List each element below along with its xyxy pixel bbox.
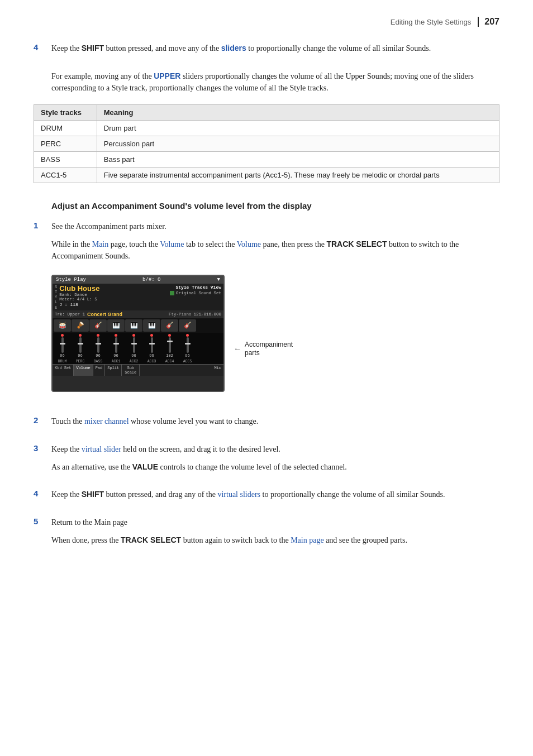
table-row: ACC1-5Five separate instrumental accompa…: [34, 168, 499, 183]
ds-lbl-perc: PERC: [72, 360, 89, 363]
ds-concert-grand: Concert Grand: [87, 312, 122, 317]
ds-val-acc4: 102: [166, 353, 173, 358]
ds-lbl-drum: DRUM: [54, 360, 71, 363]
ds-thumb-acc4: [167, 341, 173, 342]
step-5-number: 5: [34, 516, 51, 552]
ds-tab-spacer: [140, 365, 212, 376]
step-3-note: As an alternative, use the VALUE control…: [51, 461, 499, 473]
note-block-1: For example, moving any of the UPPER sli…: [51, 70, 499, 94]
ds-dot-acc3: [150, 334, 153, 337]
ds-slider-perc: 96: [72, 334, 89, 358]
ds-style-name: Club House: [59, 285, 99, 292]
ds-slider-acc5: 96: [179, 334, 196, 358]
ds-track-perc: [79, 337, 82, 353]
header-title: Editing the Style Settings: [391, 18, 472, 26]
ds-slider-drum: 96: [54, 334, 71, 358]
table-row: DRUMDrum part: [34, 121, 499, 136]
acc-parts-text: Accompanimentparts: [245, 341, 293, 358]
ds-val-acc5: 96: [185, 353, 189, 358]
ds-dot-drum: [61, 334, 64, 337]
ds-left: STYLE Club House Bank: Dance Meter: 4/4 …: [55, 285, 160, 310]
style-tracks-table: Style tracks Meaning DRUMDrum partPERCPe…: [34, 104, 499, 183]
value-keyword: VALUE: [132, 462, 158, 471]
ds-tracks-title: Style Tracks View: [160, 285, 221, 290]
step-4-content: Keep the SHIFT button pressed, and move …: [51, 42, 499, 60]
table-row-1-track: PERC: [34, 136, 97, 152]
header-page-number: 207: [478, 17, 499, 27]
step-3-number: 3: [34, 443, 51, 479]
ds-slider-acc1: 96: [107, 334, 125, 358]
ds-ch-acc5: 🎸: [179, 319, 196, 332]
track-select-keyword: TRACK SELECT: [326, 240, 387, 248]
page-header: Editing the Style Settings 207: [34, 17, 499, 27]
ds-lbl-acc1: ACC1: [107, 360, 125, 363]
ds-ch-acc4: 🎸: [161, 319, 178, 332]
ds-lbl-acc2: ACC2: [125, 360, 142, 363]
ds-tempo: J = 118: [59, 302, 99, 307]
step-2-number: 2: [34, 415, 51, 433]
ds-channel-labels-row: DRUM PERC BASS ACC1 ACC2 ACC3 ACC4 ACC5: [53, 359, 223, 364]
step-1-content: See the Accompaniment parts mixer. While…: [51, 221, 499, 405]
page: Editing the Style Settings 207 4 Keep th…: [0, 0, 533, 756]
table-col1-header: Style tracks: [34, 105, 97, 121]
volume2-keyword: Volume: [237, 240, 261, 248]
ds-ch-acc3: 🎹: [143, 319, 160, 332]
step-5-content: Return to the Main page When done, press…: [51, 516, 499, 552]
ds-track-acc4: [169, 337, 171, 353]
step-1-note: While in the Main page, touch the Volume…: [51, 238, 499, 262]
acc-parts-label-block: ← Accompanimentparts: [234, 307, 293, 358]
note-text-1: For example, moving any of the UPPER sli…: [51, 70, 499, 94]
sliders-keyword: sliders: [221, 44, 246, 52]
ds-beat: b/#: 0: [142, 277, 160, 283]
ds-thumb-acc1: [113, 343, 119, 344]
step-4b-text: Keep the SHIFT button pressed, and drag …: [51, 489, 499, 501]
ds-ch-drum: 🥁: [54, 319, 71, 332]
step-1-text: See the Accompaniment parts mixer.: [51, 221, 499, 233]
ds-trk-row: Trk: Upper 1 Concert Grand Fty-Piano 121…: [53, 310, 223, 318]
ds-ch-acc1: 🎹: [107, 319, 125, 332]
ds-dot-perc: [79, 334, 82, 337]
ds-style-row: STYLE Club House Bank: Dance Meter: 4/4 …: [55, 285, 160, 310]
ds-tab-subscale: SubScale: [122, 365, 140, 376]
table-row: PERCPercussion part: [34, 136, 499, 152]
ds-tab-split: Split: [105, 365, 122, 376]
ds-track-drum: [61, 337, 64, 353]
step-5-note: When done, press the TRACK SELECT button…: [51, 534, 499, 547]
table-row-3-track: ACC1-5: [34, 168, 97, 183]
section-heading: Adjust an Accompaniment Sound's volume l…: [51, 201, 499, 210]
ds-tab-mic: Mic: [212, 365, 223, 376]
ds-thumb-bass: [96, 343, 101, 344]
ds-style-label: STYLE: [55, 285, 57, 310]
ds-dot-acc2: [132, 334, 135, 337]
ds-ch-perc: 🪘: [72, 319, 89, 332]
ds-sliders-row: 96 96: [53, 333, 223, 359]
ds-slider-bass: 96: [89, 334, 107, 358]
ds-tab-kbdset: Kbd Set: [53, 365, 74, 376]
table-row-0-track: DRUM: [34, 121, 97, 136]
ds-style-info: Club House Bank: Dance Meter: 4/4 L: 5 J…: [59, 285, 99, 307]
ds-fty-piano: Fty-Piano: [169, 312, 192, 317]
ds-bank: Bank: Dance: [59, 293, 99, 297]
virtual-sliders-keyword: virtual sliders: [217, 490, 260, 499]
step-4b-number: 4: [34, 489, 51, 506]
ds-val-perc: 96: [78, 353, 82, 358]
ds-track-acc2: [133, 337, 135, 353]
ds-thumb-drum: [60, 343, 65, 344]
table-row-2-track: BASS: [34, 152, 97, 168]
step-3-text: Keep the virtual slider held on the scre…: [51, 443, 499, 456]
ds-thumb-acc3: [149, 343, 155, 344]
ds-lbl-acc3: ACC3: [143, 360, 160, 363]
table-row-3-meaning: Five separate instrumental accompaniment…: [97, 168, 499, 183]
step-4-number: 4: [34, 42, 51, 60]
step-2-block: 2 Touch the mixer channel whose volume l…: [34, 415, 499, 433]
display-wrapper: Style Play b/#: 0 ▼ STYLE Club House: [51, 268, 499, 396]
ds-channel-icons-row: 🥁 🪘 🎸 🎹 🎹 🎹 🎸 🎸: [53, 318, 223, 333]
volume-keyword: Volume: [160, 240, 184, 248]
table-row: BASSBass part: [34, 152, 499, 168]
ds-dot-acc4: [168, 334, 171, 337]
ds-tab-volume: Volume: [74, 365, 93, 376]
acc-arrow-row: ← Accompanimentparts: [234, 341, 293, 358]
step-3-block: 3 Keep the virtual slider held on the sc…: [34, 443, 499, 479]
main-page-keyword: Main page: [291, 536, 323, 544]
ds-original-sound: Original Sound Set: [176, 291, 221, 295]
